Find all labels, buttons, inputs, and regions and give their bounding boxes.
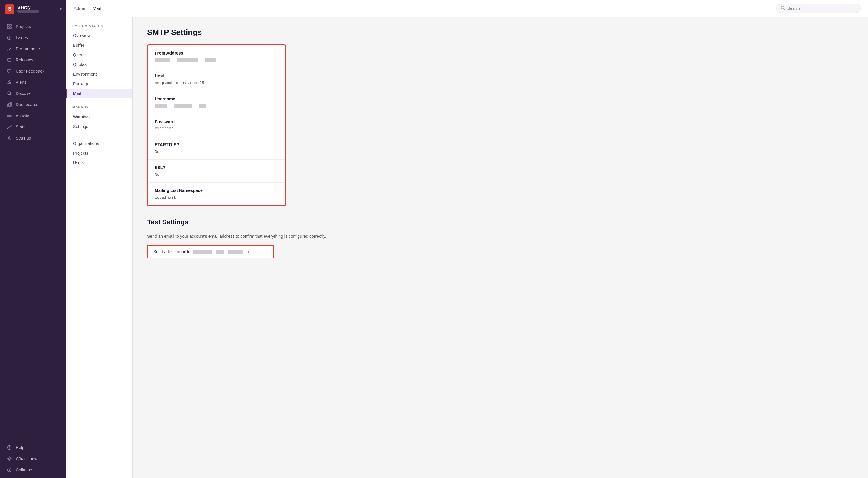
panel-item-queue[interactable]: Queue (66, 50, 132, 60)
svg-rect-6 (7, 59, 11, 62)
sidebar-label-settings: Settings (16, 136, 31, 140)
smtp-from-address: From Address (148, 45, 285, 68)
smtp-mailing-list-label: Mailing List Namespace (155, 188, 278, 193)
panel-item-users[interactable]: Users (66, 158, 132, 168)
search-bar[interactable] (776, 4, 861, 13)
sidebar-item-discover[interactable]: Discover (2, 88, 65, 99)
dashboards-icon (7, 102, 12, 107)
sidebar-item-projects[interactable]: Projects (2, 21, 65, 32)
activity-icon (7, 113, 12, 118)
stats-icon (7, 124, 12, 130)
svg-rect-10 (9, 103, 10, 106)
sidebar-item-releases[interactable]: Releases (2, 55, 65, 65)
sidebar-label-projects: Projects (16, 24, 31, 29)
panel-item-mail[interactable]: Mail (66, 89, 132, 98)
smtp-host-label: Host (155, 73, 278, 78)
chevron-down-icon: ▾ (60, 7, 62, 11)
smtp-mailing-list-value: localhost (155, 195, 278, 200)
panel-item-environment[interactable]: Environment (66, 69, 132, 79)
blurred-email-1 (193, 250, 212, 254)
sidebar-item-help[interactable]: Help (2, 442, 65, 453)
blurred-user-2 (174, 104, 192, 108)
smtp-username-label: Username (155, 97, 278, 101)
panel-item-buffer[interactable]: Buffer (66, 40, 132, 50)
sidebar-item-issues[interactable]: Issues (2, 32, 65, 43)
blurred-email-3 (228, 250, 243, 254)
sidebar-item-dashboards[interactable]: Dashboards (2, 99, 65, 110)
releases-icon (7, 57, 12, 63)
sidebar-item-activity[interactable]: Activity (2, 110, 65, 121)
blurred-user-1 (155, 104, 167, 108)
manage-section: MANAGE Warnings Settings (66, 105, 132, 131)
sidebar-item-user-feedback[interactable]: User Feedback (2, 66, 65, 76)
test-email-box[interactable]: Send a test email to ▼ (147, 245, 274, 258)
svg-rect-3 (10, 27, 11, 29)
blurred-from-1 (155, 58, 170, 62)
sidebar-label-activity: Activity (16, 113, 29, 118)
whats-new-icon (7, 456, 12, 462)
sidebar-item-alerts[interactable]: Alerts (2, 77, 65, 88)
test-email-label: Send a test email to (153, 249, 191, 254)
svg-rect-9 (7, 105, 8, 106)
smtp-heading: SMTP Settings (147, 28, 854, 37)
sidebar-label-dashboards: Dashboards (16, 102, 39, 107)
main-nav: Projects Issues Performance Releases Use… (0, 19, 66, 439)
panel-item-organizations[interactable]: Organizations (66, 139, 132, 148)
sidebar-label-stats: Stats (16, 125, 25, 129)
smtp-password: Password ******** (148, 114, 285, 137)
smtp-starttls-label: STARTTLS? (155, 142, 278, 147)
content-area: SYSTEM STATUS Overview Buffer Queue Quot… (66, 17, 868, 478)
sidebar-label-performance: Performance (16, 46, 40, 51)
main-panel: SMTP Settings From Address (133, 17, 868, 478)
breadcrumb-separator: › (89, 6, 90, 10)
panel-item-projects[interactable]: Projects (66, 148, 132, 158)
sidebar-label-discover: Discover (16, 91, 32, 96)
sidebar-item-performance[interactable]: Performance (2, 43, 65, 54)
blurred-from-3 (205, 58, 216, 62)
panel-item-settings[interactable]: Settings (66, 122, 132, 131)
test-description: Send an email to your account's email ad… (147, 233, 854, 240)
sidebar-label-user-feedback: User Feedback (16, 69, 44, 73)
search-icon (781, 6, 785, 11)
test-email-blurred (193, 249, 243, 254)
smtp-ssl-value: No (155, 172, 278, 177)
manage-title: MANAGE (66, 105, 132, 112)
panel-item-warnings[interactable]: Warnings (66, 112, 132, 122)
svg-point-7 (9, 83, 9, 83)
svg-point-14 (9, 448, 10, 449)
sidebar-item-collapse[interactable]: Collapse (2, 465, 65, 475)
breadcrumb-root[interactable]: Admin (73, 6, 87, 11)
smtp-ssl: SSL? No (148, 160, 285, 183)
sidebar-bottom: Help What's new Collapse (0, 439, 66, 478)
smtp-password-label: Password (155, 120, 278, 124)
smtp-from-address-value (155, 58, 278, 62)
performance-icon (7, 46, 12, 52)
settings-icon (7, 135, 12, 141)
sidebar-label-releases: Releases (16, 58, 33, 62)
org-info: Sentry (18, 5, 39, 13)
search-input[interactable] (787, 6, 856, 10)
svg-rect-0 (7, 25, 9, 26)
test-settings-section: Test Settings Send an email to your acco… (147, 218, 854, 258)
test-settings-heading: Test Settings (147, 218, 854, 226)
smtp-settings-box: From Address Host smtp.mxhichina.com:25 (147, 44, 286, 206)
smtp-mailing-list-namespace: Mailing List Namespace localhost (148, 183, 285, 205)
org-name: Sentry (18, 5, 39, 10)
panel-item-quotas[interactable]: Quotas (66, 60, 132, 69)
test-email-arrow: ▼ (246, 249, 251, 254)
system-status-section: SYSTEM STATUS Overview Buffer Queue Quot… (66, 24, 132, 98)
svg-rect-11 (10, 102, 11, 106)
sidebar-item-whats-new[interactable]: What's new (2, 453, 65, 464)
blurred-from-2 (177, 58, 198, 62)
panel-item-overview[interactable]: Overview (66, 31, 132, 40)
sidebar-header[interactable]: S Sentry ▾ (0, 0, 66, 19)
manage-items-section: Organizations Projects Users (66, 139, 132, 168)
svg-point-16 (7, 468, 11, 472)
discover-icon (7, 91, 12, 96)
smtp-password-value: ******** (155, 127, 278, 131)
blurred-email-2 (216, 250, 224, 254)
sidebar-item-stats[interactable]: Stats (2, 122, 65, 132)
sidebar-item-settings[interactable]: Settings (2, 133, 65, 143)
svg-rect-1 (10, 25, 11, 26)
panel-item-packages[interactable]: Packages (66, 79, 132, 89)
